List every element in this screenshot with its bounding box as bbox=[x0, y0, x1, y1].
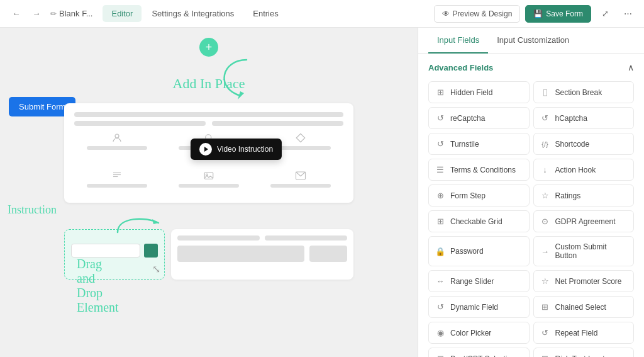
add-arrow bbox=[209, 57, 284, 101]
field-item-net-promoter[interactable]: ☆ Net Promoter Score bbox=[533, 270, 635, 292]
form-row-1 bbox=[74, 121, 343, 126]
color-picker-icon: ◉ bbox=[435, 328, 445, 337]
field-item-color-picker[interactable]: ◉ Color Picker bbox=[428, 322, 530, 344]
file-icon: ✏ bbox=[50, 9, 57, 18]
password-icon: 🔒 bbox=[435, 247, 445, 256]
field-item-custom-submit[interactable]: → Custom Submit Button bbox=[533, 236, 635, 266]
tab-input-fields[interactable]: Input Fields bbox=[428, 28, 488, 54]
right-panel: Input Fields Input Customization Advance… bbox=[418, 28, 644, 357]
field-label-shortcode: Shortcode bbox=[555, 140, 590, 149]
nav-back-forward: ← → bbox=[8, 5, 45, 23]
field-label-hidden-field: Hidden Field bbox=[450, 88, 492, 97]
dnd-rect-2 bbox=[309, 246, 347, 262]
field-item-form-step[interactable]: ⊕ Form Step bbox=[428, 184, 530, 207]
tab-input-customization[interactable]: Input Customization bbox=[488, 28, 578, 54]
field-item-checkable-grid[interactable]: ⊞ Checkable Grid bbox=[428, 210, 530, 232]
form-step-icon: ⊕ bbox=[435, 191, 445, 200]
dnd-row-1 bbox=[177, 235, 347, 241]
section-break-icon: ⌷ bbox=[540, 88, 550, 97]
field-item-terms[interactable]: ☰ Terms & Conditions bbox=[428, 159, 530, 181]
add-in-place-area: + Add In Place bbox=[64, 38, 353, 97]
form-field-placeholder bbox=[74, 112, 343, 117]
color-input-bar[interactable] bbox=[71, 244, 140, 258]
field-item-shortcode[interactable]: {/} Shortcode bbox=[533, 133, 635, 155]
more-options-button[interactable]: ⋯ bbox=[619, 5, 636, 23]
field-item-turnstile[interactable]: ↺ Turnstile bbox=[428, 133, 530, 155]
field-label-net-promoter: Net Promoter Score bbox=[555, 277, 622, 286]
field-line-4 bbox=[87, 184, 147, 188]
field-item-repeat-field[interactable]: ↺ Repeat Field bbox=[533, 322, 635, 344]
field-label-post-cpt: Post/CPT Selection bbox=[450, 354, 516, 358]
color-swatch[interactable] bbox=[144, 244, 158, 258]
add-in-place-button[interactable]: + bbox=[199, 38, 218, 57]
form-placeholder-half-1 bbox=[74, 121, 206, 126]
dnd-placeholder-1 bbox=[177, 235, 260, 241]
field-item-dynamic-field[interactable]: ↺ Dynamic Field bbox=[428, 296, 530, 318]
net-promoter-icon: ☆ bbox=[540, 276, 550, 286]
field-item-recaptcha[interactable]: ↺ reCaptcha bbox=[428, 107, 530, 129]
form-row-icons-2 bbox=[74, 170, 343, 188]
form-preview-card: Video Instruction bbox=[64, 103, 353, 203]
terms-icon: ☰ bbox=[435, 165, 445, 174]
field-label-custom-submit: Custom Submit Button bbox=[555, 242, 628, 260]
collapse-button[interactable]: ∧ bbox=[628, 62, 634, 72]
dynamic-field-icon: ↺ bbox=[435, 302, 445, 312]
field-item-gdpr[interactable]: ⊙ GDPR Agreement bbox=[533, 210, 635, 232]
file-name: ✏ Blank F... bbox=[50, 9, 92, 18]
video-play-icon bbox=[199, 143, 212, 156]
field-label-rich-text: Rich Text Input bbox=[555, 354, 605, 358]
tab-settings[interactable]: Settings & Integrations bbox=[143, 5, 243, 22]
field-label-chained-select: Chained Select bbox=[555, 303, 606, 312]
canvas-inner: Submit Form + Add In Place bbox=[0, 28, 418, 357]
video-instruction-tooltip[interactable]: Video Instruction bbox=[191, 139, 282, 160]
top-navigation: ← → ✏ Blank F... Editor Settings & Integ… bbox=[0, 0, 644, 28]
preview-design-button[interactable]: 👁 Preview & Design bbox=[434, 5, 521, 23]
section-title: Advanced Fields bbox=[428, 63, 493, 72]
drag-handle[interactable]: ⤡ bbox=[152, 263, 160, 275]
range-slider-icon: ↔ bbox=[435, 276, 445, 286]
dnd-placeholder-2 bbox=[265, 235, 347, 241]
field-item-action-hook[interactable]: ↓ Action Hook bbox=[533, 159, 635, 181]
field-line-1 bbox=[87, 146, 147, 150]
forward-button[interactable]: → bbox=[28, 5, 45, 23]
field-icon-paragraph bbox=[74, 170, 160, 188]
field-item-hidden-field[interactable]: ⊞ Hidden Field bbox=[428, 81, 530, 103]
hidden-field-icon: ⊞ bbox=[435, 88, 445, 97]
action-hook-icon: ↓ bbox=[540, 165, 550, 174]
field-label-range-slider: Range Slider bbox=[450, 277, 494, 286]
dnd-row-2 bbox=[177, 246, 347, 262]
field-item-password[interactable]: 🔒 Password bbox=[428, 236, 530, 266]
field-label-color-picker: Color Picker bbox=[450, 329, 491, 337]
field-item-range-slider[interactable]: ↔ Range Slider bbox=[428, 270, 530, 292]
video-tooltip-label: Video Instruction bbox=[217, 145, 273, 154]
save-form-button[interactable]: 💾 Save Form bbox=[525, 5, 591, 23]
tab-entries[interactable]: Entries bbox=[244, 5, 287, 22]
ratings-icon: ☆ bbox=[540, 191, 550, 200]
field-label-password: Password bbox=[450, 247, 484, 256]
field-icon-email bbox=[258, 170, 343, 188]
recaptcha-icon: ↺ bbox=[435, 113, 445, 123]
dnd-right-card bbox=[171, 229, 353, 280]
field-item-ratings[interactable]: ☆ Ratings bbox=[533, 184, 635, 207]
field-label-repeat-field: Repeat Field bbox=[555, 329, 598, 337]
back-button[interactable]: ← bbox=[8, 5, 25, 23]
nav-right-actions: 👁 Preview & Design 💾 Save Form ⤢ ⋯ bbox=[434, 5, 636, 23]
field-label-recaptcha: reCaptcha bbox=[450, 114, 485, 123]
right-panel-tabs: Input Fields Input Customization bbox=[418, 28, 644, 54]
fullscreen-button[interactable]: ⤢ bbox=[596, 5, 614, 23]
field-icon-person bbox=[74, 132, 160, 150]
tab-editor[interactable]: Editor bbox=[103, 5, 142, 22]
field-label-turnstile: Turnstile bbox=[450, 140, 479, 149]
field-label-gdpr: GDPR Agreement bbox=[555, 217, 616, 226]
rich-text-icon: ⊞ bbox=[540, 354, 550, 357]
color-picker-preview bbox=[71, 244, 158, 258]
field-item-section-break[interactable]: ⌷ Section Break bbox=[533, 81, 635, 103]
field-item-rich-text[interactable]: ⊞ Rich Text Input bbox=[533, 348, 635, 357]
field-item-chained-select[interactable]: ⊞ Chained Select bbox=[533, 296, 635, 318]
field-item-post-cpt[interactable]: ⊞ Post/CPT Selection bbox=[428, 348, 530, 357]
field-item-hcaptcha[interactable]: ↺ hCaptcha bbox=[533, 107, 635, 129]
repeat-field-icon: ↺ bbox=[540, 328, 550, 337]
field-label-section-break: Section Break bbox=[555, 88, 602, 97]
gdpr-icon: ⊙ bbox=[540, 217, 550, 226]
form-placeholder-half-2 bbox=[212, 121, 343, 126]
